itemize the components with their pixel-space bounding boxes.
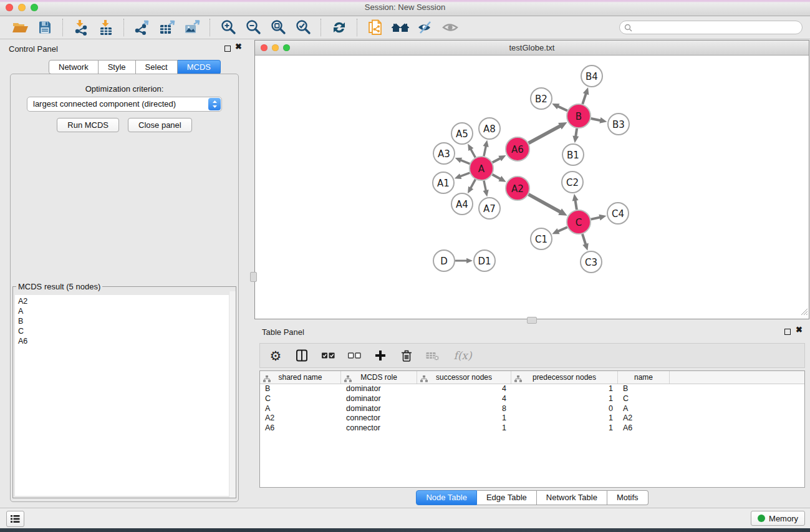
export-image-button[interactable] <box>181 18 203 37</box>
open-session-button[interactable] <box>9 18 31 37</box>
deselect-all-columns-button[interactable] <box>346 347 362 364</box>
table-cell[interactable]: B <box>260 384 341 394</box>
table-row[interactable]: Bdominator41B <box>260 384 804 394</box>
graph-edge-A-A3[interactable] <box>461 160 470 164</box>
graph-edge-A-A4[interactable] <box>471 180 476 188</box>
save-session-button[interactable] <box>34 18 55 37</box>
table-cell[interactable]: 8 <box>417 404 511 414</box>
float-table-panel-icon[interactable] <box>784 329 791 335</box>
graph-edge-A-A1[interactable] <box>460 173 470 177</box>
graph-edge-C-C2[interactable] <box>576 200 577 210</box>
close-table-panel-icon[interactable]: ✖ <box>796 325 803 334</box>
tab-mcds[interactable]: MCDS <box>178 60 221 74</box>
table-settings-button[interactable]: ⚙ <box>268 347 284 364</box>
resize-grip-icon[interactable] <box>800 307 808 318</box>
table-cell[interactable]: 1 <box>511 384 618 394</box>
delete-column-button[interactable] <box>398 347 415 364</box>
table-row[interactable]: A2connector11A2 <box>260 414 804 423</box>
table-cell[interactable]: A6 <box>260 423 341 433</box>
close-panel-button[interactable]: Close panel <box>128 118 192 132</box>
table-cell[interactable]: A2 <box>618 414 670 423</box>
home-button[interactable] <box>390 18 411 37</box>
table-cell[interactable]: A <box>260 404 341 414</box>
mcds-result-item[interactable]: C <box>15 326 234 336</box>
column-header-MCDS-role[interactable]: MCDS role <box>341 371 417 384</box>
column-header-name[interactable]: name <box>618 371 670 384</box>
table-row[interactable]: Adominator80A <box>260 404 804 414</box>
export-table-button[interactable] <box>157 18 178 37</box>
add-column-button[interactable] <box>372 347 388 364</box>
column-header-shared-name[interactable]: shared name <box>260 371 341 384</box>
run-mcds-button[interactable]: Run MCDS <box>57 118 119 132</box>
table-cell[interactable]: C <box>260 394 341 404</box>
import-network-button[interactable] <box>70 18 92 37</box>
tab-select[interactable]: Select <box>136 60 178 74</box>
table-row[interactable]: Cdominator41C <box>260 394 804 404</box>
mcds-result-item[interactable]: A6 <box>15 336 234 346</box>
function-builder-button[interactable]: f(x) <box>451 347 475 364</box>
task-history-button[interactable] <box>6 511 24 527</box>
optimization-criterion-select[interactable]: largest connected component (directed) <box>27 97 222 112</box>
column-layout-button[interactable] <box>294 347 310 364</box>
graph-edge-A-A7[interactable] <box>484 181 486 191</box>
table-cell[interactable]: dominator <box>341 394 417 404</box>
graph-edge-B-B2[interactable] <box>557 106 567 110</box>
tab-motifs[interactable]: Motifs <box>607 490 648 505</box>
table-cell[interactable]: connector <box>341 414 417 423</box>
graph-edge-A2-C[interactable] <box>529 195 561 212</box>
mcds-result-item[interactable]: B <box>15 316 234 326</box>
tab-network-table[interactable]: Network Table <box>537 490 607 505</box>
table-cell[interactable]: 1 <box>417 423 511 433</box>
refresh-layout-button[interactable] <box>329 18 350 37</box>
graph-edge-A6-B[interactable] <box>529 126 561 143</box>
table-cell[interactable]: 4 <box>417 384 511 394</box>
graph-edge-A-A5[interactable] <box>471 149 475 158</box>
zoom-fit-button[interactable] <box>268 18 289 37</box>
table-cell[interactable]: B <box>618 384 670 394</box>
graph-edge-B-B1[interactable] <box>576 128 577 137</box>
memory-button[interactable]: Memory <box>751 511 805 526</box>
table-cell[interactable]: 1 <box>511 394 618 404</box>
scrollbar-track[interactable] <box>229 291 236 498</box>
delete-table-button[interactable] <box>425 347 441 364</box>
table-row[interactable]: A6connector11A6 <box>260 423 804 433</box>
search-input[interactable] <box>635 21 802 34</box>
hide-panels-button[interactable] <box>415 18 436 37</box>
network-file-button[interactable] <box>365 18 386 37</box>
graph-edge-C-C1[interactable] <box>558 227 567 231</box>
table-cell[interactable]: A6 <box>618 423 670 433</box>
float-panel-icon[interactable] <box>224 46 231 52</box>
graph-edge-B-B4[interactable] <box>582 94 586 104</box>
mcds-result-item[interactable]: A <box>15 306 234 316</box>
import-table-button[interactable] <box>95 18 117 37</box>
column-header-predecessor-nodes[interactable]: predecessor nodes <box>511 371 618 384</box>
tab-network[interactable]: Network <box>49 60 99 74</box>
tab-node-table[interactable]: Node Table <box>416 490 477 505</box>
select-all-columns-button[interactable] <box>320 347 336 364</box>
graph-edge-C-C4[interactable] <box>591 217 600 219</box>
table-cell[interactable]: 1 <box>511 423 618 433</box>
graph-edge-B-B3[interactable] <box>591 118 601 120</box>
table-cell[interactable]: connector <box>341 423 417 433</box>
table-cell[interactable]: 4 <box>417 394 511 404</box>
table-cell[interactable]: A <box>618 404 670 414</box>
table-cell[interactable]: 0 <box>511 404 618 414</box>
graph-edge-A-A6[interactable] <box>493 158 501 163</box>
zoom-in-button[interactable] <box>218 18 239 37</box>
table-cell[interactable]: dominator <box>341 404 417 414</box>
table-cell[interactable]: A2 <box>260 414 341 423</box>
tab-style[interactable]: Style <box>99 60 136 74</box>
export-network-button[interactable] <box>132 18 153 37</box>
table-cell[interactable]: dominator <box>341 384 417 394</box>
mcds-result-item[interactable]: A2 <box>15 295 234 306</box>
vertical-splitter-grip[interactable] <box>250 272 257 282</box>
graph-edge-A-A2[interactable] <box>493 175 501 179</box>
column-header-successor-nodes[interactable]: successor nodes <box>417 371 511 384</box>
network-window-titlebar[interactable]: testGlobe.txt <box>255 41 809 56</box>
show-panels-button[interactable] <box>440 18 461 37</box>
network-canvas[interactable]: B4B2BB3B1A5A8A6A3AA1A2C2A4A7C4CC1C3DD1 <box>255 56 809 319</box>
close-panel-icon[interactable]: ✖ <box>235 42 242 51</box>
tab-edge-table[interactable]: Edge Table <box>477 490 537 505</box>
zoom-out-button[interactable] <box>243 18 264 37</box>
zoom-selected-button[interactable] <box>292 18 314 37</box>
